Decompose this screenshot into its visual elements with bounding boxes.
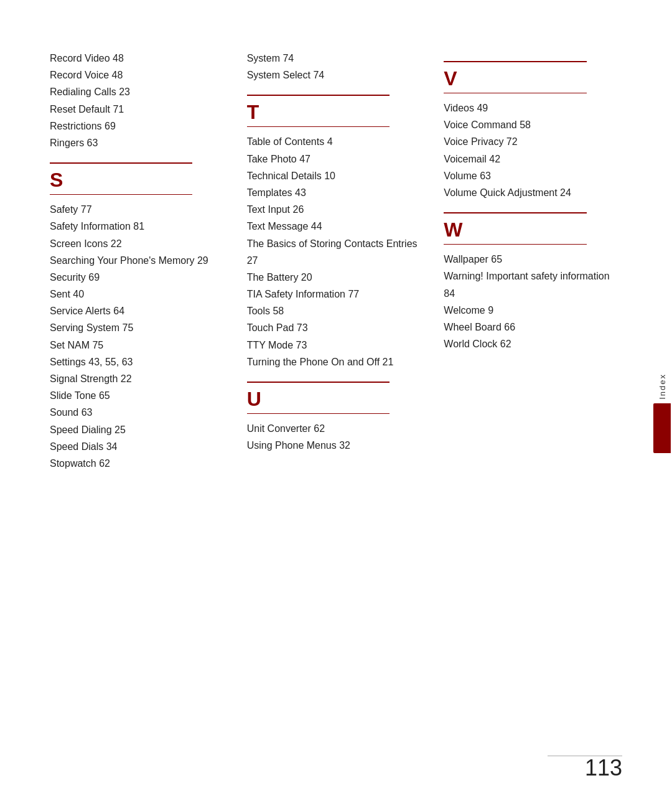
entry-record-voice: Record Voice 48 bbox=[50, 67, 228, 83]
entry-reset-default: Reset Default 71 bbox=[50, 101, 228, 118]
entry-table-of-contents: Table of Contents 4 bbox=[247, 133, 426, 150]
entry-text-input: Text Input 26 bbox=[247, 201, 426, 218]
entry-signal-strength: Signal Strength 22 bbox=[50, 370, 228, 387]
entry-sent: Sent 40 bbox=[50, 286, 228, 302]
entry-warning: Warning! Important safety information 84 bbox=[444, 268, 622, 301]
letter-t: T bbox=[247, 101, 426, 124]
t-divider-top bbox=[247, 95, 390, 96]
entry-world-clock: World Clock 62 bbox=[444, 335, 622, 352]
letter-s: S bbox=[50, 169, 228, 192]
entry-using-phone-menus: Using Phone Menus 32 bbox=[247, 437, 426, 454]
letter-v: V bbox=[444, 67, 622, 90]
entry-slide-tone: Slide Tone 65 bbox=[50, 387, 228, 404]
letter-u: U bbox=[247, 388, 426, 411]
entry-set-nam: Set NAM 75 bbox=[50, 337, 228, 354]
entry-voice-command: Voice Command 58 bbox=[444, 116, 622, 133]
entry-the-battery: The Battery 20 bbox=[247, 269, 426, 286]
w-divider-bottom bbox=[444, 244, 586, 245]
w-divider-top bbox=[444, 212, 586, 213]
entry-security: Security 69 bbox=[50, 269, 228, 286]
u-divider-bottom bbox=[247, 413, 390, 414]
entry-welcome: Welcome 9 bbox=[444, 302, 622, 319]
entry-text-message: Text Message 44 bbox=[247, 218, 426, 235]
entry-service-alerts: Service Alerts 64 bbox=[50, 302, 228, 319]
s-divider-bottom bbox=[50, 194, 192, 195]
entry-voicemail: Voicemail 42 bbox=[444, 151, 622, 167]
entry-system: System 74 bbox=[247, 50, 426, 67]
entry-settings: Settings 43, 55, 63 bbox=[50, 354, 228, 370]
t-divider-bottom bbox=[247, 126, 390, 127]
entry-take-photo: Take Photo 47 bbox=[247, 151, 426, 167]
entry-turning-phone: Turning the Phone On and Off 21 bbox=[247, 354, 426, 370]
u-divider-top bbox=[247, 382, 390, 383]
entry-speed-dialing: Speed Dialing 25 bbox=[50, 421, 228, 438]
v-divider-top bbox=[444, 61, 586, 62]
index-columns: Record Video 48 Record Voice 48 Redialin… bbox=[50, 50, 622, 472]
entry-tty-mode: TTY Mode 73 bbox=[247, 337, 426, 354]
index-side-tab: Index bbox=[652, 373, 672, 453]
entry-basics-storing: The Basics of Storing Contacts Entries 2… bbox=[247, 235, 426, 269]
entry-voice-privacy: Voice Privacy 72 bbox=[444, 133, 622, 150]
side-tab-label: Index bbox=[658, 373, 667, 400]
entry-restrictions: Restrictions 69 bbox=[50, 118, 228, 134]
entry-safety: Safety 77 bbox=[50, 201, 228, 218]
entry-record-video: Record Video 48 bbox=[50, 50, 228, 67]
entry-searching-phone: Searching Your Phone's Memory 29 bbox=[50, 252, 228, 269]
entry-safety-information: Safety Information 81 bbox=[50, 218, 228, 235]
entry-technical-details: Technical Details 10 bbox=[247, 167, 426, 184]
entry-volume: Volume 63 bbox=[444, 167, 622, 184]
page: Record Video 48 Record Voice 48 Redialin… bbox=[0, 0, 672, 806]
entry-volume-quick: Volume Quick Adjustment 24 bbox=[444, 184, 622, 201]
entry-screen-icons: Screen Icons 22 bbox=[50, 235, 228, 252]
entry-stopwatch: Stopwatch 62 bbox=[50, 455, 228, 472]
column-2: System 74 System Select 74 T Table of Co… bbox=[247, 50, 444, 472]
s-divider-top bbox=[50, 162, 192, 164]
page-number: 113 bbox=[585, 755, 622, 781]
entry-tia-safety: TIA Safety Information 77 bbox=[247, 286, 426, 302]
entry-serving-system: Serving System 75 bbox=[50, 319, 228, 336]
side-tab-bar bbox=[653, 403, 671, 453]
entry-speed-dials: Speed Dials 34 bbox=[50, 438, 228, 455]
entry-tools: Tools 58 bbox=[247, 302, 426, 319]
entry-touch-pad: Touch Pad 73 bbox=[247, 319, 426, 336]
entry-unit-converter: Unit Converter 62 bbox=[247, 420, 426, 437]
entry-wheel-board: Wheel Board 66 bbox=[444, 319, 622, 335]
entry-videos: Videos 49 bbox=[444, 100, 622, 116]
column-3: V Videos 49 Voice Command 58 Voice Priva… bbox=[444, 50, 622, 472]
column-1: Record Video 48 Record Voice 48 Redialin… bbox=[50, 50, 247, 472]
letter-w: W bbox=[444, 218, 622, 241]
entry-wallpaper: Wallpaper 65 bbox=[444, 251, 622, 268]
entry-redialing-calls: Redialing Calls 23 bbox=[50, 83, 228, 100]
entry-templates: Templates 43 bbox=[247, 184, 426, 201]
entry-system-select: System Select 74 bbox=[247, 67, 426, 83]
entry-ringers: Ringers 63 bbox=[50, 134, 228, 151]
entry-sound: Sound 63 bbox=[50, 404, 228, 421]
v-divider-bottom bbox=[444, 93, 586, 93]
